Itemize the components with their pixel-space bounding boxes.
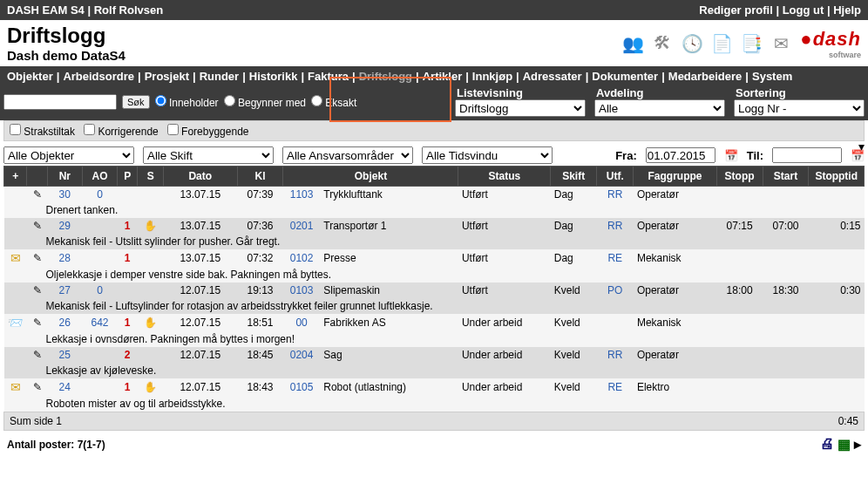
col-p[interactable]: P xyxy=(118,167,138,187)
utf-link[interactable]: RE xyxy=(607,381,622,393)
chk-strakstiltak[interactable]: Strakstiltak xyxy=(10,124,75,138)
nav-runder[interactable]: Runder xyxy=(200,70,240,83)
edit-icon[interactable]: ✎ xyxy=(33,188,42,201)
excel-icon[interactable]: ▦ xyxy=(837,436,851,453)
col-status[interactable]: Status xyxy=(458,167,551,187)
log-nr[interactable]: 28 xyxy=(59,252,71,264)
users-icon[interactable]: 👥 xyxy=(622,33,643,54)
mode-eksakt[interactable]: Eksakt xyxy=(311,95,356,109)
mode-begynner[interactable]: Begynner med xyxy=(224,95,306,109)
select-objekter[interactable]: Alle Objekter xyxy=(3,146,134,164)
chk-forebyggende[interactable]: Forebyggende xyxy=(167,124,249,138)
col-plus[interactable]: + xyxy=(4,167,27,187)
chk-korrigerende[interactable]: Korrigerende xyxy=(84,124,159,138)
edit-icon[interactable]: ✎ xyxy=(33,284,42,296)
select-skift[interactable]: Alle Skift xyxy=(143,146,274,164)
log-nr[interactable]: 30 xyxy=(59,188,71,201)
nav-dokumenter[interactable]: Dokumenter xyxy=(592,70,658,83)
col-start[interactable]: Start xyxy=(763,167,809,187)
table-row[interactable]: 📨✎266421✋12.07.1518:5100Fabrikken ASUnde… xyxy=(4,314,865,331)
col-stopptid[interactable]: Stopptid xyxy=(809,167,865,187)
table-row[interactable]: ✎25212.07.1518:450204SagUnder arbeidKvel… xyxy=(4,347,865,363)
nav-innkjøp[interactable]: Innkjøp xyxy=(472,70,512,83)
clock-icon[interactable]: 🕓 xyxy=(682,33,702,54)
col-utf[interactable]: Utf. xyxy=(597,167,634,187)
col-skift[interactable]: Skift xyxy=(551,167,597,187)
edit-icon[interactable]: ✎ xyxy=(33,381,42,393)
mail-icon[interactable]: ✉ xyxy=(10,380,21,394)
table-row[interactable]: ✎291✋13.07.1507:360201Transportør 1Utfør… xyxy=(4,218,865,234)
copy-icon[interactable]: 📑 xyxy=(741,33,762,54)
edit-icon[interactable]: ✎ xyxy=(33,349,42,361)
col-dato[interactable]: Dato xyxy=(163,167,237,187)
expand-icon[interactable]: ▾ xyxy=(858,140,865,153)
log-nr[interactable]: 26 xyxy=(59,317,71,329)
select-ansvar[interactable]: Alle Ansvarsområder xyxy=(282,146,413,164)
select-sortering[interactable]: Logg Nr - xyxy=(734,99,865,117)
link-logg-ut[interactable]: Logg ut xyxy=(783,3,824,17)
nav-driftslogg[interactable]: Driftslogg xyxy=(359,70,412,83)
edit-icon[interactable]: ✎ xyxy=(33,317,42,329)
ao-link[interactable]: 0 xyxy=(97,188,103,201)
log-nr[interactable]: 25 xyxy=(59,349,71,361)
more-icon[interactable]: ▸ xyxy=(854,436,861,453)
obj-code[interactable]: 0103 xyxy=(290,284,314,296)
nav-objekter[interactable]: Objekter xyxy=(7,70,53,83)
edit-icon[interactable]: ✎ xyxy=(33,220,42,232)
col-kl[interactable]: Kl xyxy=(237,167,283,187)
utf-link[interactable]: RR xyxy=(607,220,622,232)
search-button[interactable]: Søk xyxy=(122,95,150,109)
obj-code[interactable]: 0105 xyxy=(290,381,314,393)
mode-inneholder[interactable]: Inneholder xyxy=(155,95,219,109)
col-s[interactable]: S xyxy=(138,167,164,187)
nav-adressater[interactable]: Adressater xyxy=(523,70,582,83)
table-row[interactable]: ✎30013.07.1507:391103TrykklufttankUtført… xyxy=(4,187,865,203)
nav-arbeidsordre[interactable]: Arbeidsordre xyxy=(63,70,134,83)
link-hjelp[interactable]: Hjelp xyxy=(833,3,861,17)
tools-icon[interactable]: 🛠 xyxy=(652,33,673,54)
log-nr[interactable]: 27 xyxy=(59,284,71,296)
hand-icon[interactable]: ✋ xyxy=(144,220,157,232)
nav-artikler[interactable]: Artikler xyxy=(423,70,463,83)
obj-code[interactable]: 1103 xyxy=(290,188,314,201)
nav-system[interactable]: System xyxy=(752,70,792,83)
edit-icon[interactable]: ✎ xyxy=(33,252,42,264)
mail-open-icon[interactable]: 📨 xyxy=(8,316,23,330)
utf-link[interactable]: RE xyxy=(607,252,622,264)
doc-icon[interactable]: 📄 xyxy=(711,33,732,54)
table-row[interactable]: ✉✎241✋12.07.1518:430105Robot (utlastning… xyxy=(4,378,865,396)
utf-link[interactable]: RR xyxy=(607,349,622,361)
col-ao[interactable]: AO xyxy=(82,167,117,187)
utf-link[interactable]: PO xyxy=(607,284,622,296)
log-nr[interactable]: 29 xyxy=(59,220,71,232)
col-fag[interactable]: Faggruppe xyxy=(634,167,716,187)
search-input[interactable] xyxy=(3,94,117,110)
obj-code[interactable]: 00 xyxy=(295,317,307,329)
mail-icon[interactable]: ✉ xyxy=(10,251,21,265)
nav-prosjekt[interactable]: Prosjekt xyxy=(145,70,189,83)
hand-icon[interactable]: ✋ xyxy=(144,381,157,393)
table-row[interactable]: ✎27012.07.1519:130103SlipemaskinUtførtKv… xyxy=(4,283,865,298)
obj-code[interactable]: 0204 xyxy=(290,349,314,361)
col-nr[interactable]: Nr xyxy=(47,167,82,187)
col-objekt[interactable]: Objekt xyxy=(283,167,458,187)
hand-icon[interactable]: ✋ xyxy=(144,317,157,329)
nav-faktura[interactable]: Faktura xyxy=(308,70,349,83)
ao-link[interactable]: 0 xyxy=(97,284,103,296)
utf-link[interactable]: RR xyxy=(607,188,622,201)
nav-historikk[interactable]: Historikk xyxy=(249,70,298,83)
send-icon[interactable]: ✉ xyxy=(770,33,791,54)
input-fra[interactable] xyxy=(646,147,715,163)
select-avdeling[interactable]: Alle xyxy=(594,99,725,117)
select-tidsvindu[interactable]: Alle Tidsvindu xyxy=(422,146,553,164)
cal-fra-icon[interactable]: 📅 xyxy=(724,149,738,162)
table-row[interactable]: ✉✎28113.07.1507:320102PresseUtførtDagREM… xyxy=(4,249,865,267)
col-stopp[interactable]: Stopp xyxy=(716,167,763,187)
obj-code[interactable]: 0102 xyxy=(290,252,314,264)
input-til[interactable] xyxy=(772,147,842,163)
ao-link[interactable]: 642 xyxy=(91,317,108,329)
link-rediger-profil[interactable]: Rediger profil xyxy=(699,3,773,17)
select-listevisning[interactable]: Driftslogg xyxy=(455,99,586,117)
log-nr[interactable]: 24 xyxy=(59,381,71,393)
obj-code[interactable]: 0201 xyxy=(290,220,314,232)
